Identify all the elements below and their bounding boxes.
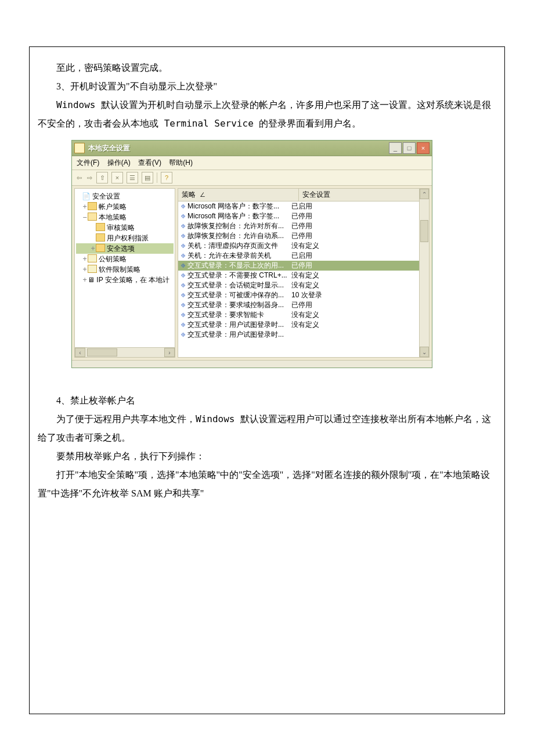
list-row[interactable]: ⎆交互式登录：要求域控制器身...已停用	[178, 300, 429, 310]
policy-name: Microsoft 网络客户：数字签...	[187, 211, 291, 221]
tree-node[interactable]: −本地策略	[76, 212, 174, 222]
policy-name: 交互式登录：可被缓冲保存的...	[187, 290, 291, 300]
scroll-right-button[interactable]: ›	[164, 348, 175, 357]
policy-icon: ⎆	[178, 330, 187, 340]
list-row[interactable]: ⎆故障恢复控制台：允许对所有...已停用	[178, 221, 429, 231]
menu-help[interactable]: 帮助(H)	[169, 159, 193, 167]
policy-name: 交互式登录：用户试图登录时...	[187, 320, 291, 330]
list-row[interactable]: ⎆关机：清理虚拟内存页面文件没有定义	[178, 241, 429, 251]
list-row[interactable]: ⎆故障恢复控制台：允许自动系...已停用	[178, 231, 429, 241]
list-rows: ⎆Microsoft 网络客户：数字签...已启用⎆Microsoft 网络客户…	[178, 201, 429, 340]
list-row[interactable]: ⎆Microsoft 网络客户：数字签...已停用	[178, 211, 429, 221]
menu-view[interactable]: 查看(V)	[138, 159, 161, 167]
policy-value: 已停用	[291, 261, 429, 271]
list-row[interactable]: ⎆交互式登录：用户试图登录时...没有定义	[178, 320, 429, 330]
security-settings-window: 本地安全设置 _ □ × 文件(F) 操作(A) 查看(V) 帮助(H) ⇦ ⇨…	[71, 140, 432, 368]
policy-name: 交互式登录：不需要按 CTRL+...	[187, 271, 291, 280]
policy-value: 已启用	[291, 251, 429, 261]
policy-name: 交互式登录：要求智能卡	[187, 310, 291, 320]
policy-value: 没有定义	[291, 320, 429, 330]
tree-node-selected[interactable]: +安全选项	[76, 243, 174, 254]
policy-icon: ⎆	[178, 261, 187, 271]
policy-name: 交互式登录：要求域控制器身...	[187, 300, 291, 310]
paragraph: 要禁用枚举账户名，执行下列操作：	[38, 447, 496, 466]
menu-action[interactable]: 操作(A)	[107, 159, 131, 167]
policy-icon: ⎆	[178, 221, 187, 231]
policy-icon: ⎆	[178, 211, 187, 221]
paragraph: 3、开机时设置为"不自动显示上次登录"	[38, 77, 496, 96]
list-row[interactable]: ⎆交互式登录：不显示上次的用...已停用	[178, 261, 429, 271]
list-row[interactable]: ⎆关机：允许在未登录前关机已启用	[178, 251, 429, 261]
policy-name: 关机：允许在未登录前关机	[187, 251, 291, 261]
policy-name: 交互式登录：不显示上次的用...	[187, 261, 291, 271]
toolbar: ⇦ ⇨ ⇧ × ☰ ▤ ?	[72, 170, 432, 186]
paragraph: Windows 默认设置为开机时自动显示上次登录的帐户名，许多用户也采用了这一设…	[38, 96, 496, 133]
maximize-button[interactable]: □	[403, 142, 416, 154]
policy-value: 已停用	[291, 231, 429, 241]
policy-icon: ⎆	[178, 290, 187, 300]
column-setting[interactable]: 安全设置	[299, 189, 429, 201]
list-vscrollbar[interactable]: ⌃ ⌄	[419, 189, 429, 357]
list-row[interactable]: ⎆交互式登录：会话锁定时显示...没有定义	[178, 280, 429, 290]
policy-name: 故障恢复控制台：允许对所有...	[187, 221, 291, 231]
paragraph: 4、禁止枚举帐户名	[38, 391, 496, 410]
scroll-down-button[interactable]: ⌄	[420, 347, 429, 357]
policy-value: 10 次登录	[291, 290, 429, 300]
tree-node[interactable]: +帐户策略	[76, 201, 174, 212]
tree-node[interactable]: +软件限制策略	[76, 264, 174, 275]
list-row[interactable]: ⎆Microsoft 网络客户：数字签...已启用	[178, 201, 429, 211]
menubar: 文件(F) 操作(A) 查看(V) 帮助(H)	[72, 156, 432, 170]
policy-value: 没有定义	[291, 271, 429, 280]
policy-icon: ⎆	[178, 300, 187, 310]
policy-name: 故障恢复控制台：允许自动系...	[187, 231, 291, 241]
up-button[interactable]: ⇧	[96, 172, 108, 183]
back-button[interactable]: ⇦	[75, 172, 82, 183]
window-title: 本地安全设置	[88, 143, 389, 153]
delete-button[interactable]: ×	[111, 172, 123, 183]
policy-value: 已启用	[291, 201, 429, 211]
policy-name: 交互式登录：用户试图登录时...	[187, 330, 291, 340]
scroll-thumb[interactable]	[420, 220, 428, 242]
minimize-button[interactable]: _	[389, 142, 402, 154]
policy-icon: ⎆	[178, 320, 187, 330]
scroll-thumb[interactable]	[87, 348, 117, 357]
policy-icon: ⎆	[178, 251, 187, 261]
titlebar[interactable]: 本地安全设置 _ □ ×	[72, 141, 432, 156]
properties-button[interactable]: ☰	[127, 172, 138, 183]
list-row[interactable]: ⎆交互式登录：用户试图登录时...	[178, 330, 429, 340]
tree-hscrollbar[interactable]: ‹ ›	[75, 347, 175, 357]
policy-value	[291, 330, 429, 340]
policy-name: Microsoft 网络客户：数字签...	[187, 201, 291, 211]
statusbar	[72, 360, 432, 368]
policy-name: 交互式登录：会话锁定时显示...	[187, 280, 291, 290]
export-button[interactable]: ▤	[142, 172, 153, 183]
policy-value: 没有定义	[291, 310, 429, 320]
forward-button[interactable]: ⇨	[86, 172, 93, 183]
column-policy[interactable]: 策略 ∠	[178, 189, 299, 201]
policy-name: 关机：清理虚拟内存页面文件	[187, 241, 291, 251]
help-button[interactable]: ?	[161, 172, 172, 183]
list-row[interactable]: ⎆交互式登录：要求智能卡没有定义	[178, 310, 429, 320]
policy-icon: ⎆	[178, 271, 187, 280]
policy-value: 已停用	[291, 221, 429, 231]
list-row[interactable]: ⎆交互式登录：不需要按 CTRL+...没有定义	[178, 271, 429, 280]
policy-icon: ⎆	[178, 201, 187, 211]
close-button[interactable]: ×	[417, 142, 430, 154]
tree-node[interactable]: 用户权利指派	[76, 233, 174, 243]
paragraph: 打开"本地安全策略"项，选择"本地策略"中的"安全选项"，选择"对匿名连接的额外…	[38, 466, 496, 503]
scroll-up-button[interactable]: ⌃	[420, 189, 429, 199]
tree-node[interactable]: +🖥 IP 安全策略，在 本地计	[76, 275, 174, 285]
scroll-left-button[interactable]: ‹	[75, 348, 85, 357]
paragraph: 为了便于远程用户共享本地文件，Windows 默认设置远程用户可以通过空连接枚举…	[38, 410, 496, 447]
list-row[interactable]: ⎆交互式登录：可被缓冲保存的...10 次登录	[178, 290, 429, 300]
policy-value: 没有定义	[291, 280, 429, 290]
policy-icon: ⎆	[178, 280, 187, 290]
tree-root[interactable]: 📄 安全设置	[76, 191, 174, 201]
tree-node[interactable]: +公钥策略	[76, 254, 174, 264]
tree-pane: 📄 安全设置 +帐户策略 −本地策略 审核策略 用户权利指派 +安全选项 +公钥…	[74, 188, 175, 358]
policy-value: 没有定义	[291, 241, 429, 251]
tree-node[interactable]: 审核策略	[76, 222, 174, 233]
list-pane: 策略 ∠ 安全设置 ⎆Microsoft 网络客户：数字签...已启用⎆Micr…	[178, 188, 430, 358]
menu-file[interactable]: 文件(F)	[77, 159, 99, 167]
list-header: 策略 ∠ 安全设置	[178, 189, 429, 201]
